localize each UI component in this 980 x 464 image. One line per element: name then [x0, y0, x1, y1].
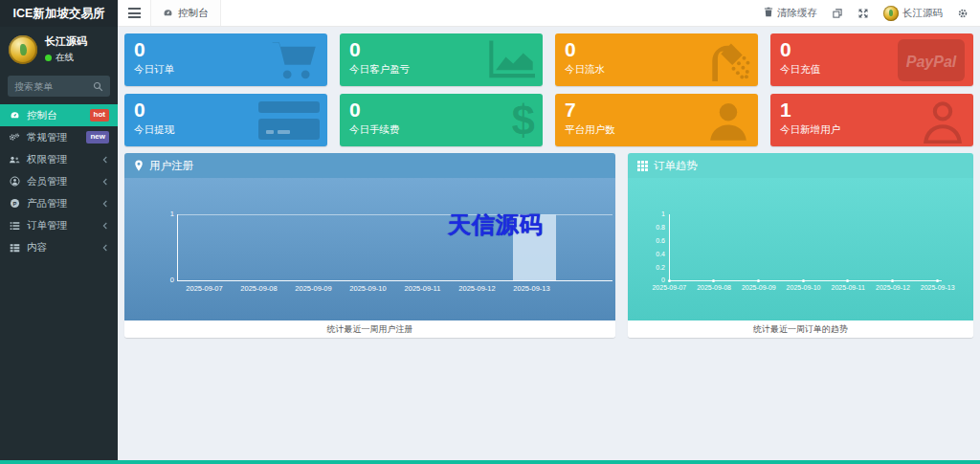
clear-cache-label: 清除缓存	[777, 7, 817, 20]
x-tick: 2025-09-10	[781, 284, 826, 291]
area-chart-icon	[487, 40, 535, 80]
data-line	[669, 280, 942, 281]
x-tick: 2025-09-13	[915, 284, 960, 291]
info-box-today-pnl[interactable]: 0 今日客户盈亏	[340, 33, 543, 86]
data-point	[891, 279, 894, 282]
chevron-left-icon	[101, 244, 109, 252]
info-box-today-withdraw[interactable]: 0 今日提现	[124, 94, 327, 146]
info-box-today-fees[interactable]: 0 今日手续费 $	[340, 94, 543, 146]
sidebar-item-content[interactable]: 内容	[0, 236, 118, 258]
y-tick: 1	[637, 210, 665, 218]
sidebar-item-dashboard[interactable]: 控制台 hot	[0, 104, 118, 126]
info-box-today-turnover[interactable]: 0 今日流水	[555, 33, 758, 86]
x-tick: 2025-09-13	[504, 284, 559, 293]
chevron-left-icon	[101, 178, 109, 186]
brand-title: ICE新加坡交易所	[0, 0, 118, 27]
product-icon: P	[9, 198, 20, 209]
sidebar-user-name: 长江源码	[45, 34, 87, 49]
fullscreen-icon[interactable]	[858, 8, 869, 19]
sidebar-item-label: 控制台	[27, 109, 57, 122]
info-box-label: 今日手续费	[349, 123, 533, 137]
y-tick: 0	[637, 276, 665, 284]
gears-icon	[9, 132, 20, 143]
cart-icon	[272, 40, 320, 80]
info-box-today-deposit[interactable]: 0 今日充值 PayPal	[770, 33, 973, 86]
watermark: 天信源码	[448, 210, 544, 240]
data-point	[802, 279, 805, 282]
sidebar-item-general[interactable]: 常规管理 new	[0, 126, 118, 148]
data-point	[757, 279, 760, 282]
main-area: 控制台 清除缓存 长江源码	[118, 0, 980, 464]
y-tick: 0	[161, 276, 174, 284]
panel-footer: 统计最近一周用户注册	[124, 320, 615, 338]
sidebar-item-orders[interactable]: 订单管理	[0, 214, 118, 236]
clear-cache-button[interactable]: 清除缓存	[764, 7, 817, 20]
shower-icon	[706, 39, 750, 81]
users-group-icon	[9, 155, 20, 165]
user-icon	[706, 99, 750, 143]
sidebar-item-label: 内容	[27, 241, 47, 254]
panel-title: 订单趋势	[654, 159, 698, 173]
x-axis	[177, 280, 612, 281]
order-trend-chart: 1 0.8 0.6 0.4 0.2 0 2025-09-	[628, 178, 973, 320]
tab-label: 控制台	[178, 7, 209, 20]
list-icon	[9, 221, 20, 231]
y-tick: 1	[161, 210, 174, 218]
x-tick: 2025-09-12	[871, 284, 916, 291]
search-input[interactable]	[14, 81, 89, 92]
y-axis	[177, 214, 178, 280]
search-icon[interactable]	[93, 81, 103, 92]
trash-icon	[764, 7, 773, 19]
chevron-left-icon	[101, 222, 109, 230]
y-axis	[669, 214, 670, 280]
credit-card-icon	[258, 99, 320, 142]
panel-header: 订单趋势	[628, 153, 973, 178]
x-tick: 2025-09-07	[647, 284, 692, 291]
x-tick: 2025-09-09	[736, 284, 781, 291]
y-tick: 0.4	[637, 251, 665, 258]
navbar-right: 清除缓存 长江源码	[764, 6, 980, 21]
navbar-user-menu[interactable]: 长江源码	[883, 6, 943, 21]
tab-dashboard[interactable]: 控制台	[150, 0, 221, 26]
info-box-platform-users[interactable]: 7 平台用户数	[555, 94, 758, 146]
hot-badge: hot	[90, 109, 109, 122]
data-point	[712, 279, 715, 282]
info-box-today-orders[interactable]: 0 今日订单	[124, 33, 327, 86]
panel-title: 用户注册	[149, 159, 193, 173]
data-point	[668, 279, 671, 282]
top-navbar: 控制台 清除缓存 长江源码	[118, 0, 980, 27]
dashboard-icon	[9, 110, 20, 121]
th-grid-icon	[637, 161, 648, 171]
avatar[interactable]	[9, 35, 37, 64]
window-restore-icon[interactable]	[832, 8, 843, 19]
x-axis-labels: 2025-09-07 2025-09-08 2025-09-09 2025-09…	[177, 284, 559, 293]
navbar-user-name: 长江源码	[902, 7, 943, 20]
svg-text:P: P	[12, 201, 16, 207]
sidebar-search	[8, 76, 110, 97]
th-list-icon	[9, 243, 20, 253]
sidebar-toggle-button[interactable]	[118, 0, 150, 26]
info-box-new-users[interactable]: 1 今日新增用户	[770, 94, 973, 146]
x-tick: 2025-09-12	[450, 284, 504, 293]
panel-header: 用户注册	[124, 153, 615, 178]
x-tick: 2025-09-11	[395, 284, 450, 293]
x-tick: 2025-09-09	[286, 284, 341, 293]
new-badge: new	[86, 131, 109, 144]
sidebar-item-members[interactable]: 会员管理	[0, 170, 118, 192]
sidebar: ICE新加坡交易所 长江源码 在线 控制台 hot 常规管	[0, 0, 118, 464]
sidebar-item-permissions[interactable]: 权限管理	[0, 148, 118, 170]
charts-row: 用户注册 1 0 2025-09-07 2025-09-08 2025-09-0…	[124, 153, 973, 338]
info-box-grid: 0 今日订单 0 今日客户盈亏 0 今日流水	[124, 33, 973, 146]
sidebar-item-label: 产品管理	[27, 197, 67, 210]
user-outline-icon	[920, 98, 966, 144]
sidebar-item-label: 常规管理	[27, 131, 67, 144]
chevron-left-icon	[101, 156, 109, 164]
sidebar-item-products[interactable]: P 产品管理	[0, 192, 118, 214]
settings-gear-icon[interactable]	[957, 8, 969, 19]
user-registration-chart: 1 0 2025-09-07 2025-09-08 2025-09-09 202…	[124, 178, 615, 320]
user-status: 在线	[45, 52, 87, 64]
data-point	[936, 279, 939, 282]
paypal-icon: PayPal	[897, 38, 966, 82]
info-box-value: 0	[349, 99, 533, 122]
y-tick: 0.8	[637, 224, 665, 232]
